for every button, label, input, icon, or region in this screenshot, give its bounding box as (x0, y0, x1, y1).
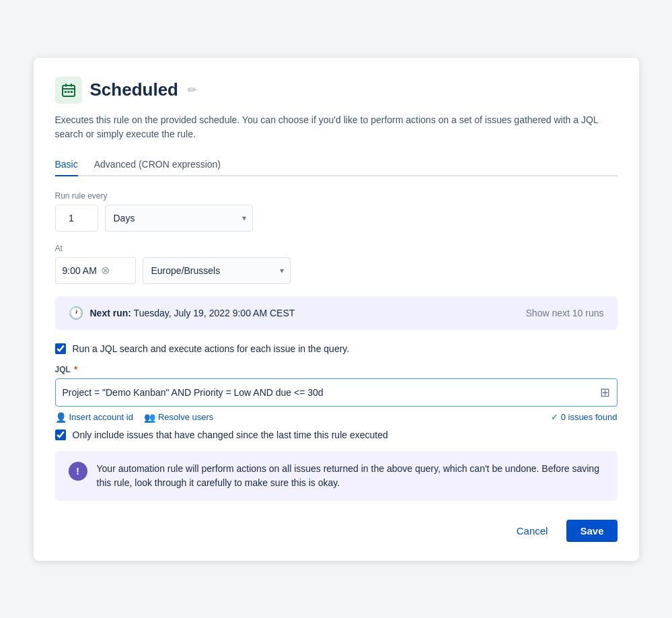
interval-unit-select[interactable]: Minutes Hours Days Weeks Months (105, 205, 253, 232)
svg-rect-4 (65, 91, 67, 93)
jql-contact-icon: ⊞ (600, 385, 610, 400)
next-run-value: Tuesday, July 19, 2022 9:00 AM CEST (134, 308, 295, 318)
warning-box: ! Your automation rule will perform acti… (55, 451, 618, 501)
jql-section: JQL * ⊞ 👤 Insert account id 👥 Resolve us… (55, 365, 618, 423)
warning-icon: ! (69, 462, 87, 481)
jql-checkbox-label: Run a JQL search and execute actions for… (73, 343, 350, 354)
run-rule-every-section: Run rule every Minutes Hours Days Weeks … (55, 191, 618, 232)
time-value: 9:00 AM (63, 265, 97, 276)
jql-actions: 👤 Insert account id 👥 Resolve users ✓ 0 … (55, 412, 618, 423)
tab-advanced[interactable]: Advanced (CRON expression) (94, 153, 221, 176)
cancel-button[interactable]: Cancel (506, 520, 559, 542)
include-changed-checkbox[interactable] (55, 430, 66, 440)
time-clear-button[interactable]: ⊗ (101, 264, 110, 277)
jql-input[interactable] (63, 379, 600, 406)
jql-input-wrap: ⊞ (55, 378, 618, 407)
footer: Cancel Save (55, 520, 618, 542)
run-rule-label: Run rule every (55, 191, 618, 201)
include-changed-label: Only include issues that have changed si… (73, 430, 388, 440)
user-icon: 👤 (55, 412, 67, 423)
warning-text: Your automation rule will perform action… (97, 462, 604, 490)
main-card: Scheduled ✏ Executes this rule on the pr… (34, 58, 639, 561)
at-label: At (55, 244, 618, 253)
jql-required-marker: * (72, 365, 77, 374)
timezone-select[interactable]: Europe/Brussels UTC America/New_York Asi… (143, 257, 291, 284)
at-section: At 9:00 AM ⊗ Europe/Brussels UTC America… (55, 244, 618, 284)
jql-label: JQL * (55, 365, 618, 374)
header: Scheduled ✏ (55, 77, 618, 104)
resolve-users-link[interactable]: 👥 Resolve users (144, 412, 213, 423)
next-run-box: 🕐 Next run: Tuesday, July 19, 2022 9:00 … (55, 296, 618, 330)
include-changed-row: Only include issues that have changed si… (55, 430, 618, 440)
interval-value-input[interactable] (55, 205, 98, 232)
insert-account-link[interactable]: 👤 Insert account id (55, 412, 133, 423)
svg-rect-3 (71, 83, 72, 87)
clock-icon: 🕐 (69, 306, 83, 320)
show-runs-link[interactable]: Show next 10 runs (526, 308, 604, 318)
time-input-wrap: 9:00 AM ⊗ (55, 257, 136, 284)
users-icon: 👥 (144, 412, 155, 423)
tab-basic[interactable]: Basic (55, 153, 78, 176)
jql-checkbox-row: Run a JQL search and execute actions for… (55, 343, 618, 354)
svg-rect-6 (71, 91, 73, 93)
timezone-select-wrap: Europe/Brussels UTC America/New_York Asi… (143, 257, 291, 284)
description-text: Executes this rule on the provided sched… (55, 113, 618, 141)
next-run-info: 🕐 Next run: Tuesday, July 19, 2022 9:00 … (69, 306, 295, 320)
interval-unit-select-wrap: Minutes Hours Days Weeks Months ▾ (105, 205, 253, 232)
edit-icon[interactable]: ✏ (188, 83, 196, 96)
svg-rect-2 (65, 83, 67, 87)
calendar-icon (55, 77, 82, 104)
jql-links: 👤 Insert account id 👥 Resolve users (55, 412, 214, 423)
issues-found: ✓ 0 issues found (551, 412, 618, 422)
page-title: Scheduled (90, 79, 178, 100)
tabs-container: Basic Advanced (CRON expression) (55, 153, 618, 176)
check-icon: ✓ (551, 412, 558, 422)
svg-rect-5 (67, 91, 69, 93)
save-button[interactable]: Save (566, 520, 617, 542)
next-run-label: Next run: (90, 308, 131, 318)
jql-checkbox[interactable] (55, 343, 66, 354)
